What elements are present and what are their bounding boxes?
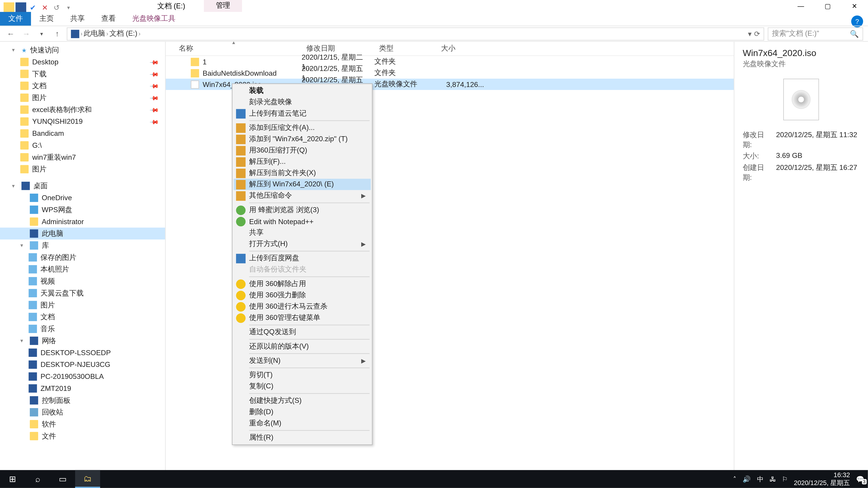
ime-indicator[interactable]: 中 bbox=[757, 475, 764, 484]
context-menu-item[interactable]: 使用 360进行木马云查杀 bbox=[234, 301, 371, 312]
file-row[interactable]: BaiduNetdiskDownload2020/12/25, 星期五 1...… bbox=[166, 67, 734, 78]
expand-icon[interactable]: ▾ bbox=[20, 338, 26, 344]
column-date[interactable]: 修改日期 bbox=[302, 43, 374, 54]
action-center-icon[interactable]: 💬3 bbox=[856, 475, 864, 483]
task-view-button[interactable]: ▭ bbox=[50, 470, 75, 488]
tree-item[interactable]: OneDrive bbox=[0, 192, 165, 204]
volume-icon[interactable]: 🔊 bbox=[743, 475, 751, 483]
network-icon[interactable]: 🖧 bbox=[770, 475, 776, 483]
tree-item-quick[interactable]: 下载📌 bbox=[0, 68, 165, 80]
tree-item-quick[interactable]: excel表格制作求和📌 bbox=[0, 104, 165, 116]
context-menu-item[interactable]: 解压到 Win7x64_2020\ (E) bbox=[234, 179, 371, 190]
context-menu-item[interactable]: 添加到压缩文件(A)... bbox=[234, 122, 371, 133]
refresh-icon[interactable]: ⟳ bbox=[754, 30, 760, 38]
tree-item-quick[interactable]: G:\ bbox=[0, 139, 165, 151]
tree-item[interactable]: 保存的图片 bbox=[0, 252, 165, 263]
ribbon-tab-view[interactable]: 查看 bbox=[93, 12, 124, 26]
tree-item[interactable]: 控制面板 bbox=[0, 394, 165, 406]
tree-item[interactable]: 文件 bbox=[0, 430, 165, 442]
tree-item[interactable]: 文档 bbox=[0, 311, 165, 323]
qat-delete-icon[interactable]: ✕ bbox=[39, 2, 50, 13]
nav-recent-dropdown[interactable]: ▾ bbox=[36, 31, 48, 37]
nav-up-button[interactable]: ↑ bbox=[51, 29, 63, 38]
ribbon-tab-disc-image-tools[interactable]: 光盘映像工具 bbox=[124, 12, 184, 26]
ribbon-tab-home[interactable]: 主页 bbox=[31, 12, 62, 26]
context-menu-item[interactable]: 使用 360强力删除 bbox=[234, 290, 371, 301]
context-menu-item[interactable]: Edit with Notepad++ bbox=[234, 216, 371, 227]
ribbon-tab-share[interactable]: 共享 bbox=[62, 12, 93, 26]
tree-item[interactable]: ▾库 bbox=[0, 239, 165, 252]
context-menu-item[interactable]: 其他压缩命令▶ bbox=[234, 190, 371, 201]
tree-item-quick[interactable]: YUNQISHI2019📌 bbox=[0, 116, 165, 128]
tree-item-quick[interactable]: 图片📌 bbox=[0, 92, 165, 104]
context-menu-item[interactable]: 添加到 "Win7x64_2020.zip" (T) bbox=[234, 133, 371, 145]
tree-item[interactable]: Administrator bbox=[0, 216, 165, 228]
close-button[interactable]: ✕ bbox=[841, 0, 868, 12]
context-menu-item[interactable]: 使用 360管理右键菜单 bbox=[234, 312, 371, 324]
context-menu-item[interactable]: 解压到当前文件夹(X) bbox=[234, 167, 371, 179]
context-menu-item[interactable]: 用 蜂蜜浏览器 浏览(3) bbox=[234, 204, 371, 216]
qat-save-icon[interactable]: ✔ bbox=[27, 2, 38, 13]
chevron-right-icon[interactable]: › bbox=[138, 30, 141, 37]
qat-dropdown-icon[interactable]: ▾ bbox=[63, 2, 74, 13]
tree-item[interactable]: ZMT2019 bbox=[0, 383, 165, 394]
context-menu-item[interactable]: 使用 360解除占用 bbox=[234, 278, 371, 289]
context-menu-item[interactable]: 属性(R) bbox=[234, 432, 371, 443]
qat-undo-icon[interactable]: ↺ bbox=[51, 2, 62, 13]
navigation-pane[interactable]: ▾ ★ 快速访问 Desktop📌下载📌文档📌图片📌excel表格制作求和📌YU… bbox=[0, 42, 166, 475]
tree-item[interactable]: DESKTOP-NJEU3CG bbox=[0, 359, 165, 370]
address-dropdown-icon[interactable]: ▾ bbox=[748, 30, 752, 38]
tree-item-quick[interactable]: Bandicam bbox=[0, 127, 165, 139]
tree-desktop-root[interactable]: ▾ 桌面 bbox=[0, 180, 165, 192]
tree-item-quick[interactable]: Desktop📌 bbox=[0, 56, 165, 68]
context-menu-item[interactable]: 剪切(T) bbox=[234, 369, 371, 381]
maximize-button[interactable]: ▢ bbox=[814, 0, 841, 12]
tree-item[interactable]: 本机照片 bbox=[0, 263, 165, 275]
tree-item[interactable]: DESKTOP-LSSOEDP bbox=[0, 347, 165, 359]
tree-item-quick[interactable]: win7重装win7 bbox=[0, 151, 165, 163]
search-box[interactable]: 搜索"文档 (E:)" 🔍 bbox=[768, 27, 863, 40]
context-menu-item[interactable]: 删除(D) bbox=[234, 406, 371, 418]
tree-item[interactable]: 此电脑 bbox=[0, 228, 165, 239]
tray-up-icon[interactable]: ˄ bbox=[733, 475, 737, 483]
context-menu-item[interactable]: 发送到(N)▶ bbox=[234, 355, 371, 366]
context-menu-item[interactable]: 刻录光盘映像 bbox=[234, 96, 371, 108]
chevron-right-icon[interactable]: › bbox=[106, 30, 108, 37]
tree-item[interactable]: ▾网络 bbox=[0, 335, 165, 347]
tree-item[interactable]: 回收站 bbox=[0, 406, 165, 418]
context-menu-item[interactable]: 解压到(F)... bbox=[234, 156, 371, 167]
expand-icon[interactable]: ▾ bbox=[12, 183, 18, 189]
context-menu-item[interactable]: 打开方式(H)▶ bbox=[234, 238, 371, 250]
chevron-right-icon[interactable]: › bbox=[81, 30, 83, 37]
context-menu-item[interactable]: 上传到有道云笔记 bbox=[234, 108, 371, 119]
breadcrumb-bar[interactable]: › 此电脑 › 文档 (E:) › ▾ ⟳ bbox=[67, 27, 764, 40]
start-button[interactable]: ⊞ bbox=[0, 470, 25, 488]
tree-item[interactable]: 音乐 bbox=[0, 323, 165, 335]
nav-back-button[interactable]: ← bbox=[5, 29, 17, 38]
breadcrumb-drive[interactable]: 文档 (E:) bbox=[110, 29, 137, 39]
nav-forward-button[interactable]: → bbox=[20, 29, 32, 38]
context-menu-item[interactable]: 用360压缩打开(Q) bbox=[234, 145, 371, 156]
context-menu-item[interactable]: 复制(C) bbox=[234, 381, 371, 392]
context-menu-item[interactable]: 共享 bbox=[234, 227, 371, 238]
context-menu-item[interactable]: 创建快捷方式(S) bbox=[234, 395, 371, 406]
tree-quick-access[interactable]: ▾ ★ 快速访问 bbox=[0, 44, 165, 56]
column-type[interactable]: 类型 bbox=[374, 43, 436, 54]
tree-item[interactable]: 软件 bbox=[0, 418, 165, 430]
context-menu-item[interactable]: 通过QQ发送到 bbox=[234, 326, 371, 338]
expand-icon[interactable]: ▾ bbox=[20, 242, 26, 248]
qat-item[interactable] bbox=[16, 2, 26, 13]
tree-item[interactable]: 图片 bbox=[0, 299, 165, 311]
minimize-button[interactable]: — bbox=[787, 0, 814, 12]
taskbar-clock[interactable]: 16:32 2020/12/25, 星期五 bbox=[794, 471, 850, 487]
tree-item[interactable]: 天翼云盘下载 bbox=[0, 287, 165, 299]
ribbon-tab-file[interactable]: 文件 bbox=[0, 12, 31, 26]
security-icon[interactable]: ⚐ bbox=[782, 475, 788, 483]
context-menu-item[interactable]: 还原以前的版本(V) bbox=[234, 341, 371, 352]
tree-item-quick[interactable]: 文档📌 bbox=[0, 80, 165, 92]
context-menu-item[interactable]: 装载 bbox=[234, 85, 371, 96]
tree-item[interactable]: 视频 bbox=[0, 275, 165, 287]
breadcrumb-this-pc[interactable]: 此电脑 bbox=[84, 29, 105, 39]
file-row[interactable]: 12020/12/15, 星期二 1...文件夹 bbox=[166, 56, 734, 67]
taskbar-explorer[interactable]: 🗂 bbox=[75, 470, 100, 488]
